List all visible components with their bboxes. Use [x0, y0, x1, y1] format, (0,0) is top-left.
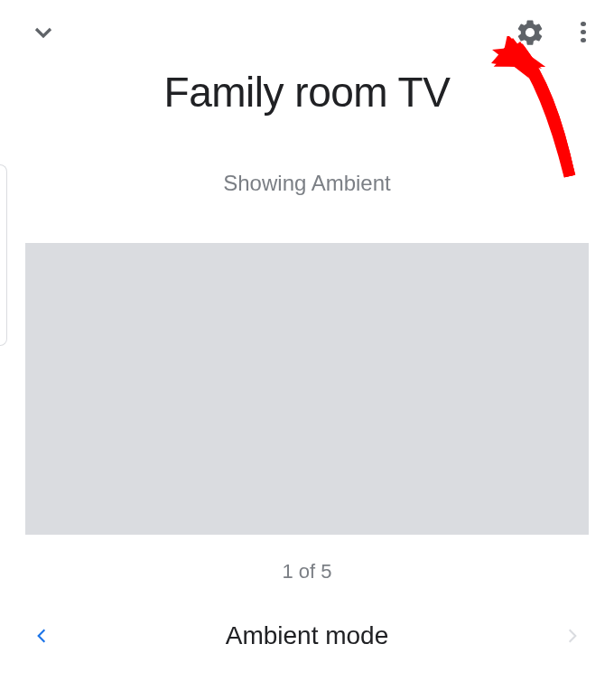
top-bar: [0, 0, 614, 50]
chevron-left-icon: [33, 623, 51, 649]
overflow-menu-button[interactable]: [572, 22, 594, 43]
device-title: Family room TV: [0, 68, 614, 117]
side-drawer-handle[interactable]: [0, 164, 7, 346]
status-text: Showing Ambient: [0, 171, 614, 196]
top-right-actions: [515, 17, 594, 48]
title-section: Family room TV Showing Ambient: [0, 68, 614, 196]
gear-icon: [515, 17, 545, 48]
carousel: Ambient mode: [0, 621, 614, 650]
pagination-text: 1 of 5: [0, 560, 614, 583]
chevron-right-icon: [563, 623, 581, 649]
dots-vertical-icon: [581, 22, 586, 26]
chevron-down-icon: [33, 21, 54, 44]
settings-button[interactable]: [515, 17, 545, 48]
carousel-mode-label: Ambient mode: [226, 621, 389, 650]
carousel-next-button[interactable]: [558, 621, 587, 650]
collapse-button[interactable]: [33, 22, 54, 43]
ambient-preview[interactable]: [25, 243, 589, 535]
carousel-prev-button[interactable]: [27, 621, 56, 650]
